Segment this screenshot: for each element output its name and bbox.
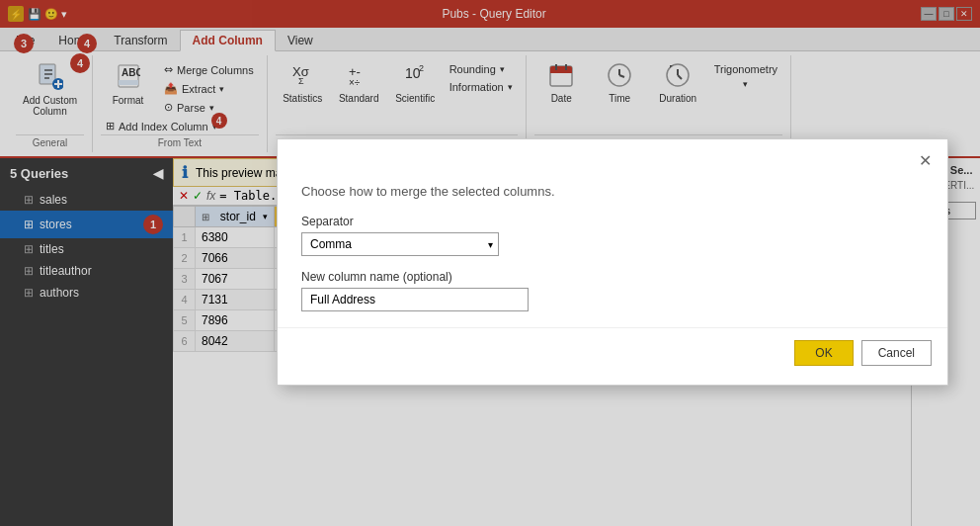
modal-footer: OK Cancel	[278, 327, 947, 378]
merge-columns-modal: ✕ Choose how to merge the selected colum…	[277, 138, 948, 386]
modal-subtitle: Choose how to merge the selected columns…	[301, 184, 924, 199]
modal-close-button[interactable]: ✕	[919, 151, 932, 170]
new-column-name-input[interactable]	[301, 288, 529, 311]
separator-select[interactable]: Comma Semicolon Colon Tab Space None	[301, 232, 499, 256]
ok-button[interactable]: OK	[794, 340, 853, 366]
modal-overlay: ✕ Choose how to merge the selected colum…	[0, 0, 980, 526]
modal-title-bar: ✕	[278, 139, 947, 176]
cancel-button[interactable]: Cancel	[861, 340, 932, 366]
new-column-label: New column name (optional)	[301, 270, 924, 284]
modal-body: Choose how to merge the selected columns…	[278, 176, 947, 327]
separator-select-wrap: Comma Semicolon Colon Tab Space None ▾	[301, 232, 499, 256]
separator-label: Separator	[301, 215, 924, 228]
